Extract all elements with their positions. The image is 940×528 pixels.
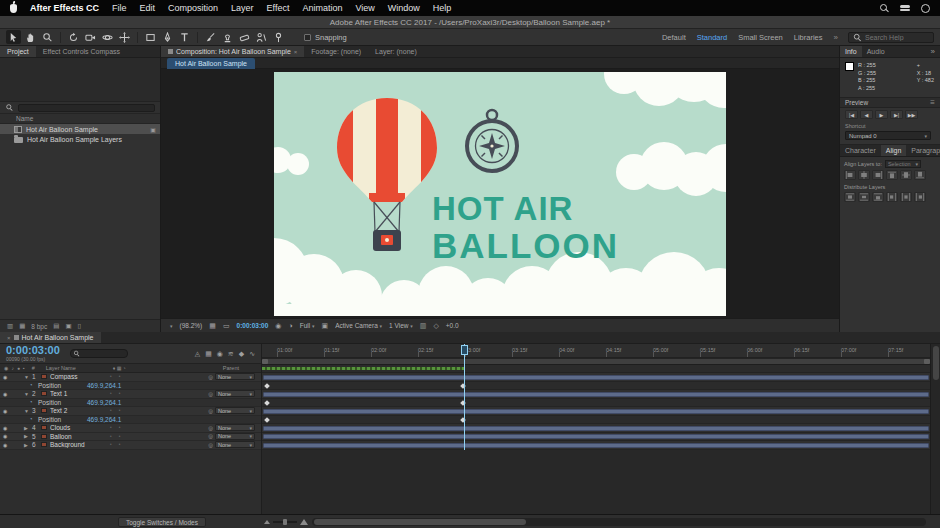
composition-selector-tab[interactable]: Hot Air Balloon Sample [167,58,255,69]
layer-row-compass[interactable]: ◉ ▼ 1 Compass • • ◎ None▾ [0,373,261,382]
property-row-position[interactable]: ◔ Position 469.9,264.1 [0,382,261,391]
color-depth-label[interactable]: 8 bpc [31,323,47,330]
project-search-input[interactable] [18,104,155,112]
menu-app-name[interactable]: After Effects CC [30,3,99,13]
track-text1-position[interactable] [262,399,930,408]
distribute-left-icon[interactable] [886,192,898,202]
layer-duration-bar[interactable] [263,392,929,397]
interpret-footage-icon[interactable]: ▥ [7,322,13,330]
project-flowchart-icon[interactable]: ▦ [19,322,25,330]
delete-icon[interactable]: ▯ [78,322,82,330]
info-panel-overflow-icon[interactable]: » [926,46,940,57]
track-background[interactable] [262,441,930,450]
draft-3d-icon[interactable]: ▦ [205,350,212,358]
layer-switches[interactable]: • • [110,408,152,413]
timeline-tab[interactable]: × Hot Air Balloon Sample [0,332,101,343]
grid-guides-icon[interactable]: ▦ [209,322,216,330]
pick-whip-icon[interactable]: ◎ [208,442,213,448]
play-button[interactable]: ▶ [875,110,888,119]
layer-color-swatch[interactable] [41,374,47,379]
expand-arrow-icon[interactable]: ▶ [24,425,32,431]
layer-row-text1[interactable]: ◉ ▼ 2 Text 1 • • ◎ None▾ [0,390,261,399]
new-composition-icon[interactable]: ▣ [65,322,71,330]
channels-icon[interactable]: ◑ [288,322,292,329]
scrollbar-thumb[interactable] [933,346,939,380]
shortcut-dropdown[interactable]: Numpad 0▾ [845,131,931,140]
layer-row-balloon[interactable]: ◉ ▶ 5 Balloon • • ◎ None▾ [0,433,261,442]
position-value[interactable]: 469.9,264.1 [87,416,121,423]
mask-shape-tool[interactable] [143,30,158,44]
layer-switches[interactable]: • • [110,442,152,447]
project-item-composition[interactable]: Hot Air Balloon Sample ▣ [0,124,160,134]
pen-tool[interactable] [160,30,175,44]
pick-whip-icon[interactable]: ◎ [208,408,213,414]
visibility-eye-icon[interactable]: ◉ [3,408,7,414]
track-text2-position[interactable] [262,416,930,425]
hand-tool[interactable] [23,30,38,44]
zoom-in-icon[interactable] [300,519,308,525]
magnification-dropdown[interactable]: (98.2%) [180,322,203,329]
project-item-folder[interactable]: Hot Air Balloon Sample Layers [0,134,160,144]
stopwatch-icon[interactable]: ◔ [29,382,38,388]
work-area-start-handle[interactable] [262,359,268,364]
layer-color-swatch[interactable] [41,408,47,413]
stopwatch-icon[interactable]: ◔ [29,416,38,422]
region-of-interest-icon[interactable]: ▣ [322,322,329,330]
expand-arrow-icon[interactable]: ▶ [24,442,32,448]
track-clouds[interactable] [262,424,930,433]
align-layers-dropdown[interactable]: Selection▾ [885,160,921,168]
workspace-small-screen[interactable]: Small Screen [738,33,783,42]
menu-effect[interactable]: Effect [267,3,290,13]
close-tab-icon[interactable]: × [294,49,298,55]
close-tab-icon[interactable]: × [7,335,11,341]
align-bottom-icon[interactable] [914,170,926,180]
camera-tool[interactable] [83,30,98,44]
property-row-position[interactable]: ◔ Position 469.9,264.1 [0,416,261,425]
tab-project[interactable]: Project [0,46,36,57]
distribute-v-center-icon[interactable] [858,192,870,202]
pick-whip-icon[interactable]: ◎ [208,374,213,380]
selection-tool[interactable] [6,30,21,44]
layer-row-text2[interactable]: ◉ ▼ 3 Text 2 • • ◎ None▾ [0,407,261,416]
composition-flowchart-icon[interactable]: ◬ [195,350,200,358]
pixel-aspect-icon[interactable]: ▥ [420,322,427,330]
keyframe-icon[interactable] [264,400,270,406]
position-value[interactable]: 469.9,264.1 [87,382,121,389]
expand-arrow-icon[interactable]: ▼ [24,374,32,380]
eraser-tool[interactable] [237,30,252,44]
pick-whip-icon[interactable]: ◎ [208,425,213,431]
track-text2[interactable] [262,407,930,416]
layer-row-background[interactable]: ◉ ▶ 6 Background • • ◎ None▾ [0,441,261,450]
zoom-tool[interactable] [40,30,55,44]
layer-color-swatch[interactable] [41,425,47,430]
parent-dropdown[interactable]: None▾ [215,407,255,414]
timeline-horizontal-scrollbar[interactable] [312,518,926,526]
expand-arrow-icon[interactable]: ▼ [24,408,32,414]
align-top-icon[interactable] [886,170,898,180]
layer-duration-bar[interactable] [263,434,929,439]
puppet-pin-tool[interactable] [271,30,286,44]
view-layout-dropdown[interactable]: 1 View ▾ [389,322,413,329]
graph-editor-icon[interactable]: ∿ [249,350,255,358]
align-right-icon[interactable] [872,170,884,180]
layer-color-swatch[interactable] [41,391,47,396]
workspace-libraries[interactable]: Libraries [794,33,823,42]
zoom-out-icon[interactable] [264,520,270,524]
visibility-eye-icon[interactable]: ◉ [3,442,7,448]
menu-view[interactable]: View [355,3,374,13]
parent-dropdown[interactable]: None▾ [215,441,255,448]
tab-paragraph[interactable]: Paragraph [906,145,940,156]
frame-blending-icon[interactable]: ≋ [228,350,234,358]
layer-switches[interactable]: • • [110,434,152,439]
zoom-track[interactable] [273,521,297,523]
zoom-knob[interactable] [283,519,287,525]
exposure-value[interactable]: +0.0 [446,322,459,329]
help-search-field[interactable] [848,32,934,43]
visibility-eye-icon[interactable]: ◉ [3,433,7,439]
composition-canvas[interactable]: HOT AIR BALLOON [274,72,726,316]
project-name-column[interactable]: Name [0,114,160,124]
snapshot-icon[interactable]: ◉ [275,322,281,330]
resolution-dropdown[interactable]: Full ▾ [300,322,315,329]
current-time-indicator[interactable] [464,344,465,450]
timeline-vertical-scrollbar[interactable] [930,344,940,514]
